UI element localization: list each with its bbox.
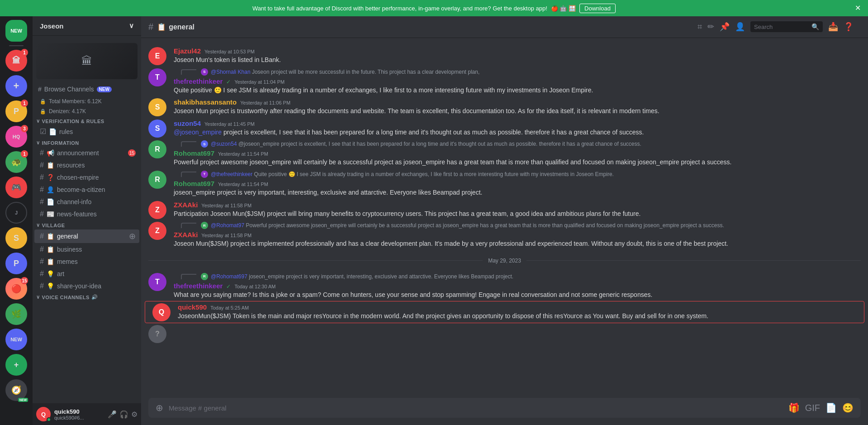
server-icon-s[interactable]: S xyxy=(5,227,27,249)
avatar-thefreethinkeer-2: T xyxy=(148,273,166,291)
banner-text: Want to take full advantage of Discord w… xyxy=(252,5,547,12)
chosen-emoji: ❓ xyxy=(47,174,54,181)
hash-icon-memes: # xyxy=(40,258,44,266)
hash-icon-share: # xyxy=(40,282,44,290)
reply-avatar-6: T xyxy=(201,171,208,178)
server-icon-2[interactable]: + xyxy=(5,75,27,97)
settings-button[interactable]: ⚙ xyxy=(131,410,138,419)
channel-item-news-features[interactable]: # 📰 news-features xyxy=(34,208,139,220)
gift-icon[interactable]: 🎁 xyxy=(788,402,800,413)
server-icon-home[interactable]: NEW xyxy=(5,20,27,42)
browse-channels-button[interactable]: # Browse Channels NEW xyxy=(34,83,139,96)
server-sidebar: NEW 🏛 1 + P 1 HQ 3 🐢 1 🎮 J S xyxy=(0,16,33,425)
channel-item-memes[interactable]: # 📋 memes xyxy=(34,256,139,267)
download-button[interactable]: Download xyxy=(579,4,616,13)
channel-item-channel-info[interactable]: # 📄 channel-info xyxy=(34,196,139,208)
add-attachment-icon[interactable]: ⊕ xyxy=(156,402,163,413)
sticker-icon[interactable]: 📄 xyxy=(825,402,837,413)
username-zxaaki-1: ZXAAki xyxy=(174,201,198,209)
message-time-4: Yesterday at 11:45 PM xyxy=(204,121,255,127)
members-icon[interactable]: 👤 xyxy=(735,22,745,32)
total-members-stat: 🔒 Total Members: 6.12K xyxy=(33,96,141,106)
verification-section-header[interactable]: ∨ VERIFICATION & RULES xyxy=(33,116,141,125)
reply-avatar-5: S xyxy=(201,140,208,148)
channel-item-chosen-empire[interactable]: # ❓ chosen-empire xyxy=(34,172,139,183)
channel-item-business[interactable]: # 📋 business xyxy=(34,244,139,255)
server-icon-red-15[interactable]: 🔴 15 xyxy=(5,278,27,300)
announcement-badge: 15 xyxy=(128,149,136,157)
resources-emoji: 📋 xyxy=(47,162,54,169)
edit-icon[interactable]: ✏ xyxy=(707,22,714,32)
server-icon-explore[interactable]: 🧭 NEW xyxy=(5,379,27,401)
chat-input-box: ⊕ 🎁 GIF 📄 😊 xyxy=(148,398,861,418)
hash-icon-header: # xyxy=(148,22,153,32)
hash-icon-announce: # xyxy=(40,149,44,157)
announce-emoji: 📢 xyxy=(47,149,54,157)
lock-icon-1: 🔒 xyxy=(40,99,46,105)
server-badge-5: 1 xyxy=(21,150,28,158)
memes-emoji: 📋 xyxy=(47,258,54,265)
channel-item-share-idea[interactable]: # 💡 share-your-idea xyxy=(34,280,139,292)
information-section-header[interactable]: ∨ INFORMATION xyxy=(33,138,141,147)
server-icon-6[interactable]: 🎮 xyxy=(5,177,27,198)
server-icon-p[interactable]: P xyxy=(5,253,27,274)
top-banner: Want to take full advantage of Discord w… xyxy=(0,0,868,16)
message-header-11: quick590 Today at 5:25 AM xyxy=(178,303,857,311)
message-group-10: R @Rohomat697 joseon_empire project is v… xyxy=(141,271,868,301)
lock-icon-2: 🔒 xyxy=(40,109,46,115)
search-input[interactable] xyxy=(754,24,809,30)
avatar-zxaaki-1: Z xyxy=(148,201,166,219)
voice-section-header[interactable]: ∨ VOICE CHANNELS 🔊 xyxy=(33,292,141,301)
info-emoji: 📄 xyxy=(47,198,54,205)
avatar-shakib: S xyxy=(148,98,166,116)
add-member-icon: ⊕ xyxy=(129,231,136,241)
inbox-icon[interactable]: 📥 xyxy=(828,22,838,32)
username-thefreethinkeer-1: thefreethinkeer xyxy=(174,77,223,85)
server-icon-5[interactable]: 🐢 1 xyxy=(5,151,27,173)
message-time-11: Today at 5:25 AM xyxy=(210,305,249,310)
chat-input[interactable] xyxy=(169,404,783,412)
avatar-partial: ? xyxy=(148,325,166,343)
message-content-11: JoseonMun($JSM) Token is the main and ma… xyxy=(178,312,857,321)
server-name: Joseon xyxy=(40,22,64,30)
message-group-1: E Ejazul42 Yesterday at 10:53 PM Joseon … xyxy=(141,45,868,67)
server-icon-add[interactable]: + xyxy=(5,354,27,376)
hashtag-icon[interactable]: ⌗ xyxy=(697,22,702,32)
channel-item-resources[interactable]: # 📋 resources xyxy=(34,159,139,171)
channel-item-art[interactable]: # 💡 art xyxy=(34,268,139,280)
username-suzon54: suzon54 xyxy=(174,119,201,127)
chevron-icon-info: ∨ xyxy=(36,140,40,146)
message-group-partial: ? xyxy=(141,323,868,327)
help-icon[interactable]: ❓ xyxy=(844,22,854,32)
emoji-icon[interactable]: 😊 xyxy=(842,402,854,413)
channel-item-become-citizen[interactable]: # 👤 become-a-citizen xyxy=(34,184,139,196)
server-icon-1[interactable]: 🏛 1 xyxy=(5,50,27,72)
message-reply-10: R @Rohomat697 joseon_empire project is v… xyxy=(174,273,861,280)
server-header[interactable]: Joseon ∨ xyxy=(33,16,141,36)
channel-item-announcement[interactable]: # 📢 announcement 15 xyxy=(34,147,139,159)
village-section-header[interactable]: ∨ VILLAGE xyxy=(33,220,141,229)
server-badge-red: 15 xyxy=(21,277,28,284)
mic-button[interactable]: 🎤 xyxy=(108,410,117,419)
headset-button[interactable]: 🎧 xyxy=(119,410,128,419)
channel-item-rules[interactable]: ☑ 📄 rules xyxy=(34,125,139,138)
server-icon-4[interactable]: HQ 3 xyxy=(5,126,27,148)
server-icon-blue-new[interactable]: NEW xyxy=(5,329,27,350)
banner-close-button[interactable]: ✕ xyxy=(855,5,861,12)
chat-area: # 📋 general ⌗ ✏ 📌 👤 🔍 📥 ❓ xyxy=(141,16,868,425)
message-content-1: Joseon Mun's token is listed in LBank. xyxy=(174,56,861,65)
server-icon-3[interactable]: P 1 xyxy=(5,100,27,122)
server-icon-green[interactable]: 🌿 xyxy=(5,303,27,325)
chevron-icon-village: ∨ xyxy=(36,222,40,228)
user-info: quick590 quick590#6... xyxy=(54,408,104,420)
user-discriminator: quick590#6... xyxy=(54,415,104,420)
message-group-8: R @Rohomat97 Powerful project awesome jo… xyxy=(141,220,868,250)
search-box[interactable]: 🔍 xyxy=(750,21,823,32)
avatar-rohomat-2: R xyxy=(148,171,166,189)
server-icon-joseon[interactable]: J xyxy=(5,202,27,224)
pin-icon[interactable]: 📌 xyxy=(720,22,730,32)
channel-item-general[interactable]: # 📋 general ⊕ xyxy=(34,229,139,243)
main-layout: NEW 🏛 1 + P 1 HQ 3 🐢 1 🎮 J S xyxy=(0,16,868,425)
chevron-icon: ∨ xyxy=(36,118,40,124)
gif-icon[interactable]: GIF xyxy=(805,403,820,413)
